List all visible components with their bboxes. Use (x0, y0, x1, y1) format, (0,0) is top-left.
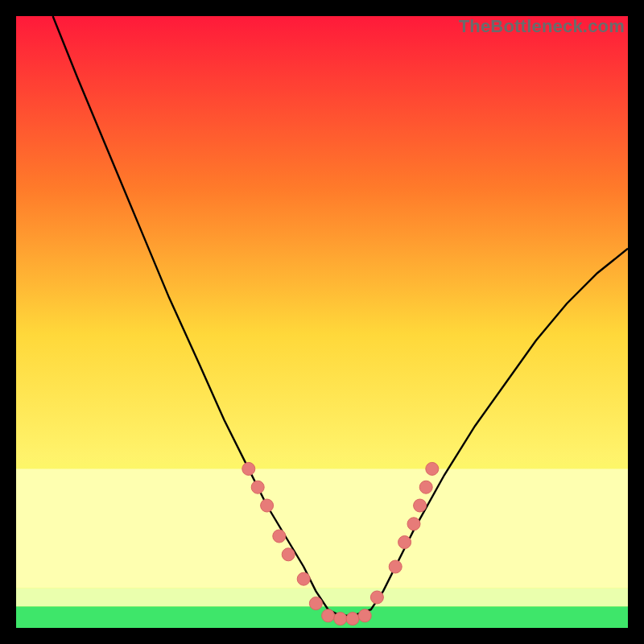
data-point (309, 597, 322, 610)
yellow-band (16, 469, 628, 588)
data-point (407, 518, 420, 530)
data-point (273, 530, 286, 543)
data-point (242, 462, 255, 475)
data-point (322, 609, 335, 622)
data-point (334, 613, 347, 625)
data-point (426, 462, 439, 475)
bottleneck-chart (16, 16, 628, 628)
watermark-label: TheBottleneck.com (459, 16, 625, 37)
data-point (358, 609, 371, 622)
data-point (414, 499, 427, 512)
data-point (389, 560, 402, 573)
data-point (346, 613, 359, 625)
data-point (398, 536, 411, 549)
data-point (251, 481, 264, 493)
data-point (370, 591, 383, 604)
data-point (297, 572, 310, 585)
data-point (419, 481, 432, 493)
data-point (282, 548, 295, 561)
data-point (261, 499, 274, 512)
chart-frame: TheBottleneck.com (16, 16, 628, 628)
